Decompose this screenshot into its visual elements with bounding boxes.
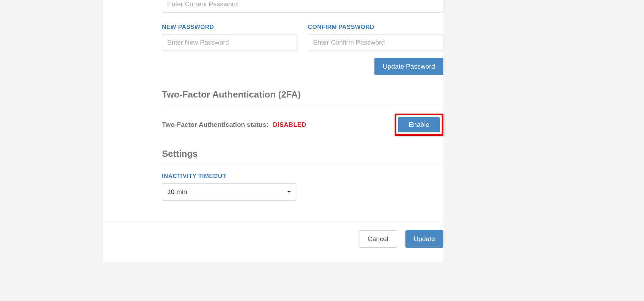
twofa-heading: Two-Factor Authentication (2FA) [162,89,443,105]
new-password-input[interactable] [162,34,297,51]
enable-highlight-box: Enable [395,114,443,136]
inactivity-timeout-select[interactable]: 10 min [162,183,296,201]
confirm-password-input[interactable] [308,34,443,51]
enable-2fa-button[interactable]: Enable [398,117,440,132]
update-password-button[interactable]: Update Password [374,58,443,75]
confirm-password-label: CONFIRM PASSWORD [308,24,443,31]
twofa-status-value: DISABLED [273,121,307,128]
twofa-status-label: Two-Factor Authentication status: [162,121,269,128]
update-button[interactable]: Update [405,230,443,248]
cancel-button[interactable]: Cancel [359,230,397,248]
footer-divider [103,222,443,222]
new-password-label: NEW PASSWORD [162,24,297,31]
inactivity-timeout-label: INACTIVITY TIMEOUT [162,173,443,180]
settings-heading: Settings [162,148,443,164]
current-password-input[interactable] [162,0,443,13]
